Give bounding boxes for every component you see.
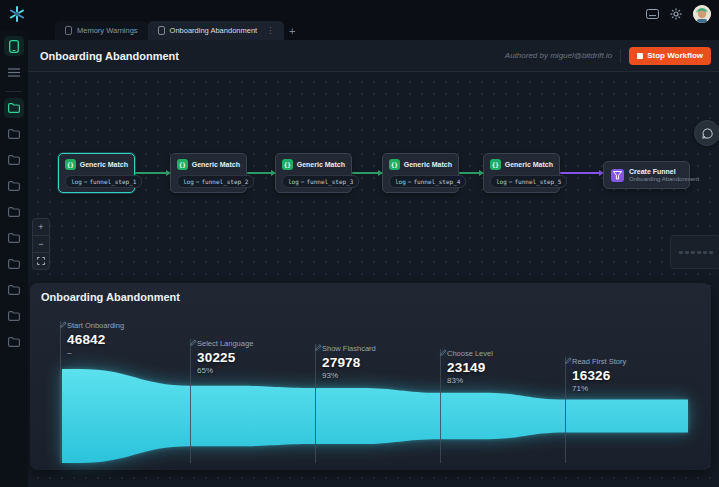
node-generic-match-2[interactable]: {} Generic Match log=funnel_step_2: [170, 153, 247, 193]
edge-3-4: [352, 172, 382, 174]
sidebar-folder-active[interactable]: [4, 98, 24, 118]
sidebar-item-list[interactable]: [4, 62, 24, 82]
sidebar-folder[interactable]: [4, 332, 24, 352]
header-divider: [620, 49, 621, 63]
app-root: Memory Warnings Onboarding Abandonment ⋮…: [0, 0, 719, 487]
node-generic-match-5[interactable]: {} Generic Match log=funnel_step_5: [483, 153, 560, 193]
tab-onboarding-abandonment[interactable]: Onboarding Abandonment ⋮: [148, 21, 285, 40]
funnel-step-select-language: Select Language 30225 65%: [190, 339, 257, 375]
braces-icon: {}: [490, 159, 501, 170]
canvas-minimap[interactable]: [670, 235, 719, 269]
node-generic-match-4[interactable]: {} Generic Match log=funnel_step_4: [382, 153, 459, 193]
funnel-step-read-first-story: Read First Story 16326 71%: [565, 357, 630, 393]
stop-workflow-button[interactable]: Stop Workflow: [629, 47, 711, 65]
fit-view-button[interactable]: [33, 253, 49, 269]
zoom-in-button[interactable]: +: [33, 219, 49, 236]
edge-4-5: [459, 172, 483, 174]
node-filter-chip: log=funnel_step_2: [177, 175, 254, 188]
device-icon: [65, 26, 72, 35]
workflow-canvas[interactable]: {} Generic Match log=funnel_step_1 {} Ge…: [28, 72, 719, 487]
top-bar: Memory Warnings Onboarding Abandonment ⋮…: [0, 0, 719, 40]
sidebar-folder[interactable]: [4, 306, 24, 326]
workflow-header: Onboarding Abandonment Authored by migue…: [28, 40, 719, 72]
sidebar-item-device[interactable]: [4, 36, 24, 56]
funnel-step-choose-level: Choose Level 23149 83%: [440, 349, 497, 385]
tab-bar: Memory Warnings Onboarding Abandonment ⋮…: [55, 21, 300, 40]
braces-icon: {}: [177, 159, 188, 170]
sidebar-folder[interactable]: [4, 280, 24, 300]
comment-bubble-button[interactable]: [694, 120, 719, 146]
sidebar-folder[interactable]: [4, 254, 24, 274]
funnel-chart: Start Onboarding 46842 – Select Language…: [60, 318, 689, 463]
funnel-step-start-onboarding: Start Onboarding 46842 –: [60, 321, 128, 357]
node-filter-chip: log=funnel_step_4: [389, 175, 466, 188]
user-avatar[interactable]: [693, 5, 711, 23]
device-icon: [158, 26, 165, 35]
tab-memory-warnings[interactable]: Memory Warnings: [55, 21, 148, 40]
node-filter-chip: log=funnel_step_1: [65, 175, 142, 188]
node-generic-match-1[interactable]: {} Generic Match log=funnel_step_1: [58, 153, 135, 193]
sidebar-folder-list: [4, 118, 24, 352]
new-tab-button[interactable]: +: [284, 21, 300, 40]
canvas-zoom-controls: + −: [32, 218, 50, 270]
main-panel: Onboarding Abandonment Authored by migue…: [28, 40, 719, 487]
edge-2-3: [247, 172, 275, 174]
braces-icon: {}: [65, 159, 76, 170]
authored-by-text: Authored by miguel@bitdrift.io: [505, 51, 612, 60]
node-filter-chip: log=funnel_step_3: [282, 175, 359, 188]
funnel-results-panel: Onboarding Abandonment: [30, 283, 711, 470]
braces-icon: {}: [282, 159, 293, 170]
sidebar-folder[interactable]: [4, 228, 24, 248]
feedback-icon[interactable]: [646, 9, 659, 19]
funnel-step-show-flashcard: Show Flashcard 27978 93%: [315, 344, 380, 380]
tab-label: Memory Warnings: [77, 26, 138, 35]
zoom-out-button[interactable]: −: [33, 236, 49, 253]
sidebar-folder[interactable]: [4, 176, 24, 196]
stop-icon: [637, 53, 643, 59]
sidebar-divider: [6, 91, 22, 92]
tab-menu-icon[interactable]: ⋮: [266, 26, 274, 35]
edge-1-2: [135, 172, 170, 174]
workflow-title: Onboarding Abandonment: [40, 50, 179, 62]
sidebar-folder[interactable]: [4, 202, 24, 222]
app-logo-icon[interactable]: [8, 5, 26, 23]
settings-gear-icon[interactable]: [670, 8, 682, 20]
node-create-funnel[interactable]: Create Funnel Onboarding Abandonment: [603, 161, 690, 189]
node-filter-chip: log=funnel_step_5: [490, 175, 567, 188]
sidebar-folder[interactable]: [4, 124, 24, 144]
top-bar-actions: [646, 0, 711, 28]
braces-icon: {}: [389, 159, 400, 170]
tab-label: Onboarding Abandonment: [170, 26, 258, 35]
left-sidebar: [0, 30, 28, 487]
funnel-icon: [611, 169, 624, 182]
sidebar-folder[interactable]: [4, 150, 24, 170]
funnel-panel-title: Onboarding Abandonment: [41, 291, 180, 303]
edge-5-create: [560, 172, 603, 174]
node-generic-match-3[interactable]: {} Generic Match log=funnel_step_3: [275, 153, 352, 193]
